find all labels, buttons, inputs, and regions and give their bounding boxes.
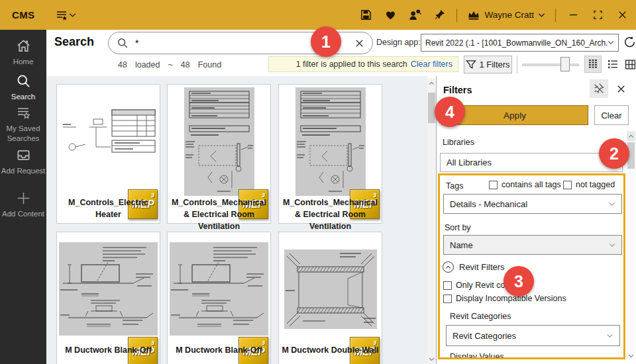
unpin-panel-button[interactable] <box>590 79 608 98</box>
close-button[interactable] <box>615 8 629 23</box>
libraries-selector[interactable]: All Libraries <box>440 153 623 172</box>
clear-filters-link[interactable]: Clear filters <box>411 60 452 69</box>
filters-panel: Filters Apply Clear Libraries All Librar… <box>436 76 636 364</box>
app-logo: CMS <box>12 9 34 21</box>
drawing-double-wall <box>284 250 377 329</box>
only-revit-checkbox[interactable] <box>443 281 452 290</box>
card-thumbnail <box>280 86 380 197</box>
scroll-down-button[interactable] <box>627 351 635 361</box>
minimize-button[interactable] <box>566 8 580 23</box>
cms-app-window: CMS Wayne Cratt Home <box>0 0 636 364</box>
card-title: M Ductwork Blank-Off <box>60 344 157 364</box>
close-panel-button[interactable] <box>613 81 629 97</box>
sidebar-item-home[interactable]: Home <box>0 38 46 67</box>
drawing-room-ventilation <box>184 87 254 196</box>
chevron-up-icon <box>429 81 435 85</box>
sidebar-item-label: Search <box>0 92 46 102</box>
filters-button-label: 1 Filters <box>479 60 509 69</box>
plus-icon <box>16 191 31 206</box>
callout-4: 4 <box>435 97 465 127</box>
contains-all-tags-label: contains all tags <box>502 180 561 189</box>
slider-handle[interactable] <box>560 57 570 71</box>
minimize-icon <box>568 10 578 20</box>
card-thumbnail <box>169 86 269 197</box>
thumbnail-size-slider[interactable] <box>522 55 579 73</box>
chevron-down-icon <box>609 243 615 248</box>
sidebar-item-my-saved-searches[interactable]: My Saved Searches <box>0 105 46 144</box>
favorites-button[interactable] <box>383 8 398 23</box>
user-chat-icon <box>408 9 422 21</box>
loaded-count: 48 <box>118 60 127 69</box>
contains-all-tags-option[interactable]: contains all tags <box>489 180 561 189</box>
list-view-button[interactable] <box>604 56 621 73</box>
clear-filters-button[interactable]: Clear <box>594 105 629 125</box>
sort-by-dropdown[interactable]: Name <box>443 235 622 255</box>
results-scrollbar[interactable] <box>427 78 436 364</box>
design-app-dropdown[interactable]: Revit 2022 (.1 - [1001_Bowmanville_ON_16… <box>421 34 619 52</box>
card-thumbnail <box>169 234 269 344</box>
maximize-button[interactable] <box>590 8 605 23</box>
scroll-thumb[interactable] <box>428 93 435 123</box>
scroll-up-button[interactable] <box>627 131 635 141</box>
highlighted-filter-section: Tags contains all tags not tagged Detail… <box>438 173 625 359</box>
tags-value: Details - Mechanical <box>450 199 606 209</box>
callout-3: 3 <box>504 266 534 296</box>
sort-by-label: Sort by <box>445 223 471 232</box>
unpin-icon <box>592 82 606 95</box>
revit-filters-collapse[interactable]: Revit Filters <box>443 261 505 273</box>
feedback-button[interactable] <box>407 8 422 23</box>
sidebar-item-add-request[interactable]: Add Request <box>0 148 46 176</box>
card-thumbnail <box>58 86 158 197</box>
drawing-electric-heater <box>59 86 158 197</box>
refresh-button[interactable] <box>623 35 636 50</box>
revit-categories-value: Revit Categories <box>452 331 604 341</box>
contains-all-tags-checkbox[interactable] <box>489 181 498 189</box>
design-app-label: Design app: <box>376 38 421 47</box>
content-card[interactable]: MEP3 M_Controls_Mechanical & Electrical … <box>278 84 382 224</box>
revit-filters-label: Revit Filters <box>459 262 505 272</box>
content-card[interactable]: MEP3 M Ductwork Blank-Off <box>167 232 271 364</box>
sidebar-item-add-content[interactable]: Add Content <box>0 191 46 219</box>
scroll-down-button[interactable] <box>427 354 436 364</box>
scroll-up-button[interactable] <box>427 78 436 88</box>
chevron-down-icon <box>538 13 545 18</box>
display-incompatible-checkbox[interactable] <box>443 295 452 303</box>
revit-categories-dropdown[interactable]: Revit Categories <box>446 325 620 346</box>
menu-star-icon <box>54 8 69 23</box>
sidebar-item-label: Home <box>0 57 46 67</box>
drawing-blank-off <box>170 242 268 336</box>
content-card[interactable]: MEP3 M Ductwork Double-Wall <box>278 232 382 364</box>
home-icon <box>16 38 31 54</box>
not-tagged-checkbox[interactable] <box>563 181 572 189</box>
sidebar-item-label: My Saved Searches <box>0 124 46 144</box>
card-title: M Ductwork Blank-Off <box>170 344 268 364</box>
sort-by-value: Name <box>450 240 606 250</box>
not-tagged-option[interactable]: not tagged <box>563 180 615 189</box>
filters-scrollbar[interactable] <box>627 131 635 361</box>
pin-button[interactable] <box>432 8 447 23</box>
user-menu[interactable]: Wayne Cratt <box>467 9 545 21</box>
content-card[interactable]: MEP3 M_Controls_Electric Heater <box>56 84 160 224</box>
display-incompatible-option[interactable]: Display Incompatible Versions <box>443 294 566 303</box>
filters-toggle-button[interactable]: 1 Filters <box>464 56 512 73</box>
banner-text: 1 filter is applied to this search <box>296 60 407 69</box>
card-thumbnail <box>58 234 158 344</box>
chevron-down-icon <box>606 334 613 338</box>
tags-dropdown[interactable]: Details - Mechanical <box>443 194 622 214</box>
display-incompatible-label: Display Incompatible Versions <box>456 294 566 303</box>
content-card[interactable]: MEP3 M Ductwork Blank-Off <box>56 232 160 364</box>
table-view-button[interactable] <box>621 56 636 73</box>
table-view-icon <box>625 59 636 70</box>
content-card[interactable]: MEP3 M_Controls_Mechanical & Electrical … <box>167 84 271 224</box>
chevron-up-icon <box>628 134 634 138</box>
slider-track[interactable] <box>522 64 579 66</box>
sidebar-item-search[interactable]: Search <box>0 73 46 102</box>
clear-search-icon[interactable] <box>354 38 364 48</box>
search-icon <box>16 73 31 89</box>
saved-search-menu-button[interactable] <box>54 8 76 23</box>
loaded-label: loaded <box>135 60 160 69</box>
chevron-down-icon <box>69 13 76 18</box>
grid-view-button[interactable] <box>584 56 602 73</box>
save-button[interactable] <box>358 8 373 23</box>
card-title: M_Controls_Electric Heater <box>60 197 157 222</box>
